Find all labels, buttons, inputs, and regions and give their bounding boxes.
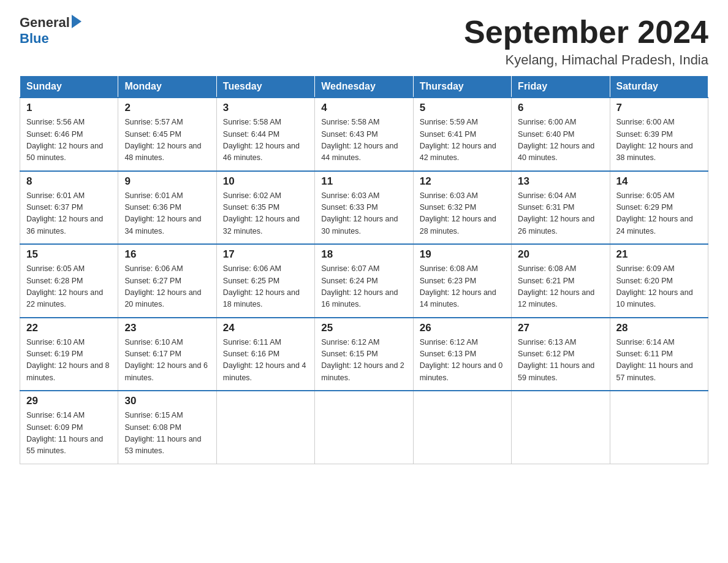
calendar-day-14: 14Sunrise: 6:05 AMSunset: 6:29 PMDayligh… [610, 171, 708, 245]
day-number: 8 [26, 175, 112, 188]
calendar-day-25: 25Sunrise: 6:12 AMSunset: 6:15 PMDayligh… [315, 318, 413, 391]
day-info: Sunrise: 6:05 AMSunset: 6:29 PMDaylight:… [616, 190, 702, 238]
calendar-day-30: 30Sunrise: 6:15 AMSunset: 6:08 PMDayligh… [118, 391, 216, 464]
calendar-day-8: 8Sunrise: 6:01 AMSunset: 6:37 PMDaylight… [20, 171, 118, 245]
day-info: Sunrise: 6:03 AMSunset: 6:32 PMDaylight:… [420, 190, 505, 238]
day-number: 1 [26, 102, 112, 114]
day-number: 26 [420, 322, 505, 334]
day-number: 7 [616, 102, 702, 114]
weekday-header-friday: Friday [512, 76, 610, 98]
empty-cell [216, 391, 314, 464]
calendar-day-28: 28Sunrise: 6:14 AMSunset: 6:11 PMDayligh… [610, 318, 708, 391]
day-info: Sunrise: 6:03 AMSunset: 6:33 PMDaylight:… [321, 190, 406, 238]
day-info: Sunrise: 5:58 AMSunset: 6:43 PMDaylight:… [321, 117, 406, 164]
weekday-header-wednesday: Wednesday [315, 76, 413, 98]
day-number: 5 [420, 102, 505, 114]
day-info: Sunrise: 6:09 AMSunset: 6:20 PMDaylight:… [616, 263, 702, 311]
logo-text-blue: Blue [20, 31, 49, 47]
weekday-header-saturday: Saturday [610, 76, 708, 98]
day-number: 18 [321, 248, 406, 261]
day-number: 29 [26, 395, 112, 407]
weekday-header-monday: Monday [118, 76, 216, 98]
day-info: Sunrise: 6:00 AMSunset: 6:40 PMDaylight:… [518, 117, 603, 164]
day-info: Sunrise: 6:07 AMSunset: 6:24 PMDaylight:… [321, 263, 406, 311]
calendar-day-2: 2Sunrise: 5:57 AMSunset: 6:45 PMDaylight… [118, 98, 216, 171]
day-number: 28 [616, 322, 702, 334]
calendar-day-18: 18Sunrise: 6:07 AMSunset: 6:24 PMDayligh… [315, 244, 413, 318]
calendar-day-5: 5Sunrise: 5:59 AMSunset: 6:41 PMDaylight… [413, 98, 511, 171]
empty-cell [413, 391, 511, 464]
day-number: 23 [124, 322, 210, 334]
day-number: 14 [616, 175, 702, 188]
weekday-header-thursday: Thursday [413, 76, 511, 98]
day-info: Sunrise: 6:14 AMSunset: 6:11 PMDaylight:… [616, 337, 702, 385]
day-number: 9 [124, 175, 210, 188]
day-info: Sunrise: 6:06 AMSunset: 6:27 PMDaylight:… [124, 263, 210, 311]
day-info: Sunrise: 5:58 AMSunset: 6:44 PMDaylight:… [223, 117, 308, 164]
calendar-day-29: 29Sunrise: 6:14 AMSunset: 6:09 PMDayligh… [20, 391, 118, 464]
calendar-day-1: 1Sunrise: 5:56 AMSunset: 6:46 PMDaylight… [20, 98, 118, 171]
day-number: 27 [518, 322, 603, 334]
empty-cell [610, 391, 708, 464]
calendar-day-19: 19Sunrise: 6:08 AMSunset: 6:23 PMDayligh… [413, 244, 511, 318]
calendar-day-11: 11Sunrise: 6:03 AMSunset: 6:33 PMDayligh… [315, 171, 413, 245]
day-number: 3 [223, 102, 308, 114]
day-info: Sunrise: 6:14 AMSunset: 6:09 PMDaylight:… [26, 410, 112, 458]
day-number: 4 [321, 102, 406, 114]
day-info: Sunrise: 6:08 AMSunset: 6:23 PMDaylight:… [420, 263, 505, 311]
day-number: 12 [420, 175, 505, 188]
day-info: Sunrise: 6:13 AMSunset: 6:12 PMDaylight:… [518, 337, 603, 385]
calendar-day-22: 22Sunrise: 6:10 AMSunset: 6:19 PMDayligh… [20, 318, 118, 391]
day-number: 16 [124, 248, 210, 261]
day-number: 25 [321, 322, 406, 334]
calendar-day-4: 4Sunrise: 5:58 AMSunset: 6:43 PMDaylight… [315, 98, 413, 171]
weekday-header-tuesday: Tuesday [216, 76, 314, 98]
logo-arrow-icon [72, 15, 82, 28]
day-info: Sunrise: 6:01 AMSunset: 6:37 PMDaylight:… [26, 190, 112, 238]
day-number: 17 [223, 248, 308, 261]
day-info: Sunrise: 6:08 AMSunset: 6:21 PMDaylight:… [518, 263, 603, 311]
empty-cell [512, 391, 610, 464]
day-info: Sunrise: 6:10 AMSunset: 6:17 PMDaylight:… [124, 337, 210, 385]
calendar-day-13: 13Sunrise: 6:04 AMSunset: 6:31 PMDayligh… [512, 171, 610, 245]
day-info: Sunrise: 6:02 AMSunset: 6:35 PMDaylight:… [223, 190, 308, 238]
calendar-day-15: 15Sunrise: 6:05 AMSunset: 6:28 PMDayligh… [20, 244, 118, 318]
calendar-week-1: 1Sunrise: 5:56 AMSunset: 6:46 PMDaylight… [20, 98, 708, 171]
day-info: Sunrise: 6:05 AMSunset: 6:28 PMDaylight:… [26, 263, 112, 311]
calendar-day-9: 9Sunrise: 6:01 AMSunset: 6:36 PMDaylight… [118, 171, 216, 245]
day-info: Sunrise: 6:15 AMSunset: 6:08 PMDaylight:… [124, 410, 210, 458]
calendar-day-3: 3Sunrise: 5:58 AMSunset: 6:44 PMDaylight… [216, 98, 314, 171]
location-title: Kyelang, Himachal Pradesh, India [464, 52, 708, 68]
day-info: Sunrise: 6:04 AMSunset: 6:31 PMDaylight:… [518, 190, 603, 238]
day-info: Sunrise: 6:12 AMSunset: 6:13 PMDaylight:… [420, 337, 505, 385]
calendar-table: SundayMondayTuesdayWednesdayThursdayFrid… [20, 75, 708, 464]
day-info: Sunrise: 5:59 AMSunset: 6:41 PMDaylight:… [420, 117, 505, 164]
calendar-day-16: 16Sunrise: 6:06 AMSunset: 6:27 PMDayligh… [118, 244, 216, 318]
calendar-week-5: 29Sunrise: 6:14 AMSunset: 6:09 PMDayligh… [20, 391, 708, 464]
calendar-week-4: 22Sunrise: 6:10 AMSunset: 6:19 PMDayligh… [20, 318, 708, 391]
day-info: Sunrise: 6:00 AMSunset: 6:39 PMDaylight:… [616, 117, 702, 164]
calendar-day-10: 10Sunrise: 6:02 AMSunset: 6:35 PMDayligh… [216, 171, 314, 245]
logo: General Blue [20, 15, 82, 47]
logo-text-general: General [20, 15, 70, 31]
day-number: 2 [124, 102, 210, 114]
day-number: 30 [124, 395, 210, 407]
calendar-day-26: 26Sunrise: 6:12 AMSunset: 6:13 PMDayligh… [413, 318, 511, 391]
empty-cell [315, 391, 413, 464]
day-number: 24 [223, 322, 308, 334]
day-number: 13 [518, 175, 603, 188]
day-number: 11 [321, 175, 406, 188]
calendar-week-3: 15Sunrise: 6:05 AMSunset: 6:28 PMDayligh… [20, 244, 708, 318]
calendar-day-23: 23Sunrise: 6:10 AMSunset: 6:17 PMDayligh… [118, 318, 216, 391]
day-info: Sunrise: 6:10 AMSunset: 6:19 PMDaylight:… [26, 337, 112, 385]
day-number: 19 [420, 248, 505, 261]
calendar-day-7: 7Sunrise: 6:00 AMSunset: 6:39 PMDaylight… [610, 98, 708, 171]
calendar-day-17: 17Sunrise: 6:06 AMSunset: 6:25 PMDayligh… [216, 244, 314, 318]
calendar-week-2: 8Sunrise: 6:01 AMSunset: 6:37 PMDaylight… [20, 171, 708, 245]
day-info: Sunrise: 6:11 AMSunset: 6:16 PMDaylight:… [223, 337, 308, 385]
calendar-day-27: 27Sunrise: 6:13 AMSunset: 6:12 PMDayligh… [512, 318, 610, 391]
calendar-day-21: 21Sunrise: 6:09 AMSunset: 6:20 PMDayligh… [610, 244, 708, 318]
page-header: General Blue September 2024 Kyelang, Him… [20, 15, 708, 68]
day-info: Sunrise: 6:12 AMSunset: 6:15 PMDaylight:… [321, 337, 406, 385]
calendar-day-24: 24Sunrise: 6:11 AMSunset: 6:16 PMDayligh… [216, 318, 314, 391]
